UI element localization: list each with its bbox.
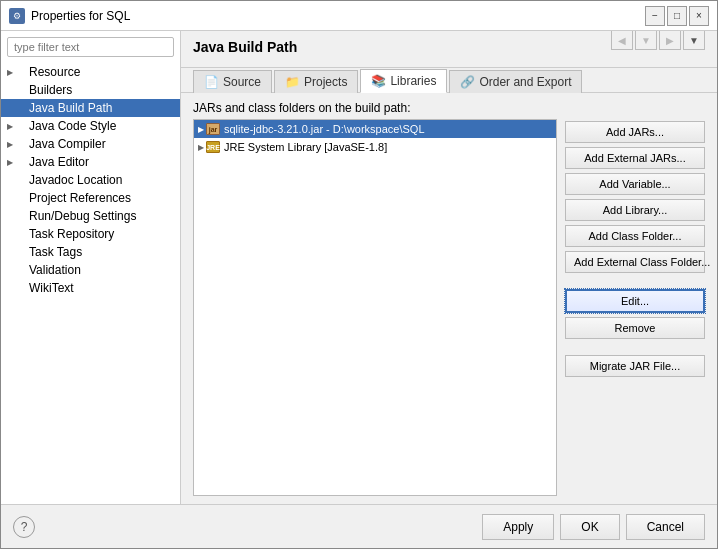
- add-jars-button[interactable]: Add JARs...: [565, 121, 705, 143]
- order-tab-icon: 🔗: [460, 75, 475, 89]
- add-class-folder-button[interactable]: Add Class Folder...: [565, 225, 705, 247]
- tab-projects[interactable]: 📁 Projects: [274, 70, 358, 93]
- tab-source[interactable]: 📄 Source: [193, 70, 272, 93]
- sidebar-item-java-build-path[interactable]: Java Build Path: [1, 99, 180, 117]
- source-tab-icon: 📄: [204, 75, 219, 89]
- jars-item-sqlite[interactable]: ▶ jar sqlite-jdbc-3.21.0.jar - D:\worksp…: [194, 120, 556, 138]
- sidebar-item-project-references[interactable]: Project References: [1, 189, 180, 207]
- panel-title: Java Build Path: [193, 39, 297, 55]
- footer-left: ?: [13, 516, 35, 538]
- sidebar-item-java-compiler[interactable]: ▶ Java Compiler: [1, 135, 180, 153]
- buttons-panel: Add JARs... Add External JARs... Add Var…: [565, 101, 705, 496]
- jre-library-icon: JRE: [206, 140, 220, 154]
- sidebar-item-builders[interactable]: Builders: [1, 81, 180, 99]
- jars-item-jre[interactable]: ▶ JRE JRE System Library [JavaSE-1.8]: [194, 138, 556, 156]
- tabs-bar: 📄 Source 📁 Projects 📚 Libraries 🔗 Order …: [181, 68, 717, 93]
- main-window: ⚙ Properties for SQL − □ × ▶ Resource Bu…: [0, 0, 718, 549]
- jars-section: JARs and class folders on the build path…: [193, 101, 557, 496]
- migrate-jar-file-button[interactable]: Migrate JAR File...: [565, 355, 705, 377]
- libraries-tab-icon: 📚: [371, 74, 386, 88]
- tab-libraries[interactable]: 📚 Libraries: [360, 69, 447, 93]
- remove-button[interactable]: Remove: [565, 317, 705, 339]
- expand-arrow-compiler: ▶: [7, 140, 13, 149]
- sidebar-item-run-debug-settings[interactable]: Run/Debug Settings: [1, 207, 180, 225]
- tab-order-export[interactable]: 🔗 Order and Export: [449, 70, 582, 93]
- jre-expand-arrow: ▶: [198, 143, 204, 152]
- sidebar: ▶ Resource Builders Java Build Path ▶ Ja…: [1, 31, 181, 504]
- sidebar-item-javadoc-location[interactable]: Javadoc Location: [1, 171, 180, 189]
- cancel-button[interactable]: Cancel: [626, 514, 705, 540]
- sidebar-item-wikitext[interactable]: WikiText: [1, 279, 180, 297]
- footer: ? Apply OK Cancel: [1, 504, 717, 548]
- projects-tab-icon: 📁: [285, 75, 300, 89]
- minimize-button[interactable]: −: [645, 6, 665, 26]
- sidebar-item-validation[interactable]: Validation: [1, 261, 180, 279]
- close-button[interactable]: ×: [689, 6, 709, 26]
- add-library-button[interactable]: Add Library...: [565, 199, 705, 221]
- sidebar-item-task-tags[interactable]: Task Tags: [1, 243, 180, 261]
- maximize-button[interactable]: □: [667, 6, 687, 26]
- btn-spacer-2: [565, 343, 705, 351]
- panel-header: Java Build Path ◀ ▼ ▶ ▼: [181, 31, 717, 68]
- title-bar: ⚙ Properties for SQL − □ ×: [1, 1, 717, 31]
- apply-button[interactable]: Apply: [482, 514, 554, 540]
- edit-button[interactable]: Edit...: [565, 289, 705, 313]
- nav-arrows: ◀ ▼ ▶ ▼: [611, 31, 705, 50]
- add-variable-button[interactable]: Add Variable...: [565, 173, 705, 195]
- window-title: Properties for SQL: [31, 9, 645, 23]
- add-external-jars-button[interactable]: Add External JARs...: [565, 147, 705, 169]
- main-panel: Java Build Path ◀ ▼ ▶ ▼ 📄 Source 📁: [181, 31, 717, 504]
- jars-label: JARs and class folders on the build path…: [193, 101, 557, 115]
- help-button[interactable]: ?: [13, 516, 35, 538]
- title-bar-controls: − □ ×: [645, 6, 709, 26]
- window-icon: ⚙: [9, 8, 25, 24]
- expand-arrow-editor: ▶: [7, 158, 13, 167]
- sidebar-item-java-code-style[interactable]: ▶ Java Code Style: [1, 117, 180, 135]
- add-external-class-folder-button[interactable]: Add External Class Folder...: [565, 251, 705, 273]
- jars-tree[interactable]: ▶ jar sqlite-jdbc-3.21.0.jar - D:\worksp…: [193, 119, 557, 496]
- btn-spacer-1: [565, 277, 705, 285]
- sqlite-expand-arrow: ▶: [198, 125, 204, 134]
- ok-button[interactable]: OK: [560, 514, 619, 540]
- expand-arrow-code-style: ▶: [7, 122, 13, 131]
- content-area: ▶ Resource Builders Java Build Path ▶ Ja…: [1, 31, 717, 504]
- nav-menu-button[interactable]: ▼: [683, 31, 705, 50]
- expand-arrow-resource: ▶: [7, 68, 13, 77]
- sidebar-item-task-repository[interactable]: Task Repository: [1, 225, 180, 243]
- filter-input[interactable]: [7, 37, 174, 57]
- nav-dropdown-button[interactable]: ▼: [635, 31, 657, 50]
- nav-forward-button[interactable]: ▶: [659, 31, 681, 50]
- nav-back-button[interactable]: ◀: [611, 31, 633, 50]
- sidebar-item-resource[interactable]: ▶ Resource: [1, 63, 180, 81]
- panel-content: JARs and class folders on the build path…: [181, 93, 717, 504]
- sidebar-item-java-editor[interactable]: ▶ Java Editor: [1, 153, 180, 171]
- sqlite-jar-icon: jar: [206, 122, 220, 136]
- footer-right: Apply OK Cancel: [482, 514, 705, 540]
